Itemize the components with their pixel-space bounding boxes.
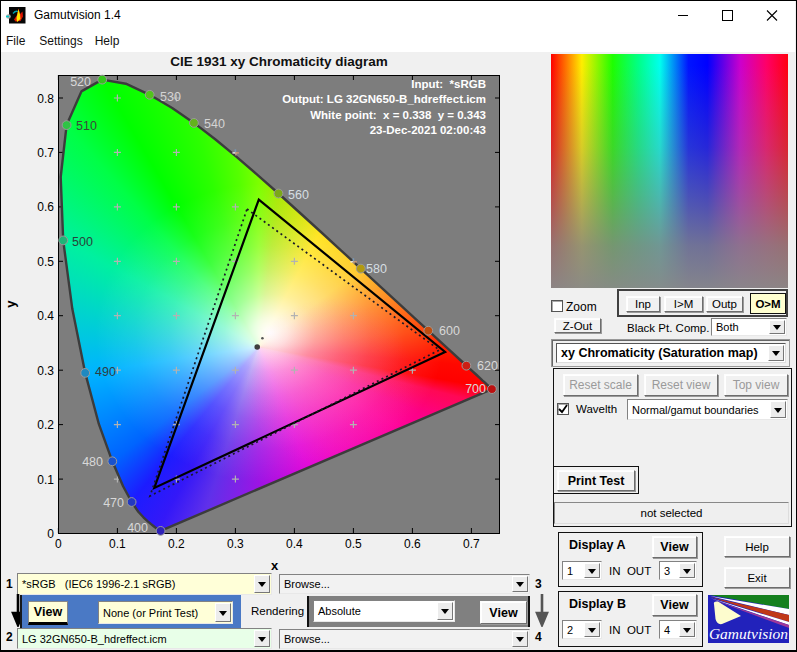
svg-text:23-Dec-2021 02:00:43: 23-Dec-2021 02:00:43 bbox=[370, 124, 486, 136]
svg-text:620: 620 bbox=[477, 359, 498, 373]
svg-text:0.2: 0.2 bbox=[37, 418, 54, 432]
svg-text:480: 480 bbox=[82, 455, 103, 469]
svg-text:0.3: 0.3 bbox=[227, 537, 244, 551]
svg-text:0: 0 bbox=[47, 527, 54, 541]
svg-text:0.3: 0.3 bbox=[37, 364, 54, 378]
svg-text:0.2: 0.2 bbox=[168, 537, 185, 551]
svg-text:Output: LG 32GN650-B_hdreffect: Output: LG 32GN650-B_hdreffect.icm bbox=[282, 93, 486, 105]
svg-text:0.7: 0.7 bbox=[37, 146, 54, 160]
svg-text:400: 400 bbox=[127, 521, 148, 535]
svg-text:0.5: 0.5 bbox=[345, 537, 362, 551]
svg-text:0.4: 0.4 bbox=[37, 309, 54, 323]
svg-text:0.1: 0.1 bbox=[37, 473, 54, 487]
svg-text:540: 540 bbox=[204, 117, 225, 131]
svg-text:0.5: 0.5 bbox=[37, 255, 54, 269]
svg-text:0.6: 0.6 bbox=[404, 537, 421, 551]
svg-text:y: y bbox=[3, 300, 18, 308]
svg-text:490: 490 bbox=[95, 365, 116, 379]
svg-text:0.8: 0.8 bbox=[37, 92, 54, 106]
svg-text:560: 560 bbox=[288, 188, 309, 202]
svg-text:CIE 1931 xy Chromaticity diagr: CIE 1931 xy Chromaticity diagram bbox=[170, 54, 388, 69]
svg-text:580: 580 bbox=[366, 262, 387, 276]
svg-text:0.6: 0.6 bbox=[37, 200, 54, 214]
svg-text:x: x bbox=[271, 558, 279, 573]
svg-text:520: 520 bbox=[70, 75, 91, 89]
svg-text:510: 510 bbox=[76, 119, 97, 133]
svg-text:500: 500 bbox=[72, 235, 93, 249]
svg-text:White point: x = 0.338 y = 0: White point: x = 0.338 y = 0.343 bbox=[310, 109, 486, 121]
svg-text:600: 600 bbox=[439, 324, 460, 338]
svg-text:530: 530 bbox=[160, 90, 181, 104]
svg-text:0: 0 bbox=[55, 537, 62, 551]
svg-text:0.7: 0.7 bbox=[463, 537, 480, 551]
svg-text:Gamutvision: Gamutvision bbox=[709, 625, 788, 642]
svg-text:Input: *sRGB: Input: *sRGB bbox=[411, 78, 486, 90]
svg-text:0.1: 0.1 bbox=[109, 537, 126, 551]
svg-text:700: 700 bbox=[465, 382, 486, 396]
svg-text:0.4: 0.4 bbox=[286, 537, 303, 551]
svg-text:470: 470 bbox=[103, 496, 124, 510]
